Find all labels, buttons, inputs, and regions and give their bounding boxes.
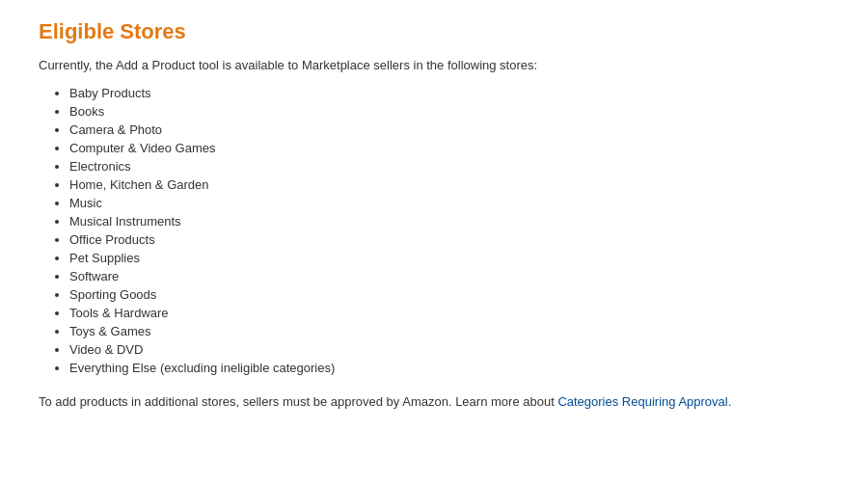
list-item: Books: [69, 102, 829, 121]
list-item: Office Products: [69, 230, 829, 249]
list-item: Video & DVD: [69, 340, 829, 359]
list-item: Toys & Games: [69, 322, 829, 340]
list-item: Musical Instruments: [69, 212, 829, 230]
store-list: Baby ProductsBooksCamera & PhotoComputer…: [69, 84, 829, 377]
list-item: Software: [69, 267, 829, 285]
list-item: Everything Else (excluding ineligible ca…: [69, 359, 829, 377]
list-item: Pet Supplies: [69, 249, 829, 267]
categories-requiring-approval-link[interactable]: Categories Requiring Approval.: [557, 394, 731, 409]
list-item: Electronics: [69, 157, 829, 175]
list-item: Tools & Hardware: [69, 304, 829, 322]
list-item: Sporting Goods: [69, 285, 829, 304]
page-title: Eligible Stores: [39, 19, 829, 44]
list-item: Home, Kitchen & Garden: [69, 175, 829, 194]
list-item: Baby Products: [69, 84, 829, 102]
list-item: Camera & Photo: [69, 121, 829, 139]
intro-text: Currently, the Add a Product tool is ava…: [39, 58, 829, 72]
list-item: Computer & Video Games: [69, 139, 829, 157]
footer-text-before-link: To add products in additional stores, se…: [39, 394, 557, 409]
list-item: Music: [69, 194, 829, 212]
footer-text: To add products in additional stores, se…: [39, 394, 829, 409]
